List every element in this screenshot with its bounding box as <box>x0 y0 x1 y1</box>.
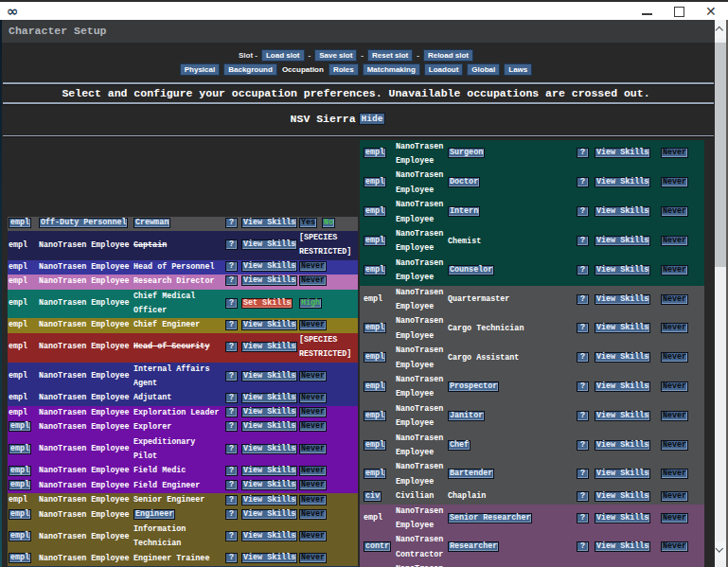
job-tag-button[interactable]: empl <box>9 509 31 520</box>
never-button[interactable]: Never <box>299 407 327 417</box>
job-tag-button[interactable]: empl <box>364 323 386 333</box>
job-tag-button[interactable]: empl <box>364 381 386 392</box>
help-button[interactable]: ? <box>225 275 238 286</box>
job-tag-button[interactable]: empl <box>9 480 31 490</box>
job-name-button[interactable]: Prospector <box>448 381 499 392</box>
help-button[interactable]: ? <box>577 352 589 363</box>
scrollbar-thumb[interactable] <box>715 43 726 267</box>
job-name-button[interactable]: Doctor <box>448 177 480 187</box>
never-button[interactable]: Never <box>299 261 327 272</box>
job-tag-button[interactable]: empl <box>9 466 31 476</box>
never-button[interactable]: Never <box>661 294 688 305</box>
job-tag-button[interactable]: empl <box>364 148 386 158</box>
job-tag-button[interactable]: contr <box>364 541 391 552</box>
never-button[interactable]: Never <box>661 513 688 523</box>
help-button[interactable]: ? <box>577 323 589 333</box>
view-skills-button[interactable]: View Skills <box>595 148 650 158</box>
view-skills-button[interactable]: View Skills <box>595 352 650 363</box>
view-skills-button[interactable]: View Skills <box>241 239 297 250</box>
job-tag-button[interactable]: empl <box>364 440 386 451</box>
help-button[interactable]: ? <box>577 206 589 217</box>
help-button[interactable]: ? <box>225 261 238 272</box>
view-skills-button[interactable]: View Skills <box>241 480 297 490</box>
never-button[interactable]: Never <box>661 469 688 479</box>
maximize-button[interactable] <box>666 2 694 22</box>
never-button[interactable]: Never <box>299 480 327 490</box>
job-tag-button[interactable]: empl <box>9 444 31 454</box>
toolbar-button-reload-slot[interactable]: Reload slot <box>423 49 473 62</box>
view-skills-button[interactable]: View Skills <box>241 495 297 505</box>
never-button[interactable]: Never <box>299 371 327 381</box>
job-tag-button[interactable]: empl <box>9 553 31 563</box>
scroll-down-button[interactable] <box>715 541 726 560</box>
job-tag-button[interactable]: empl <box>364 469 386 479</box>
never-button[interactable]: Never <box>299 444 327 454</box>
minimize-button[interactable] <box>633 2 662 22</box>
never-button[interactable]: Never <box>661 148 688 158</box>
scrollbar[interactable] <box>715 20 726 567</box>
tab-global[interactable]: Global <box>467 63 500 76</box>
tab-physical[interactable]: Physical <box>180 63 220 76</box>
job-tag-button[interactable]: empl <box>9 218 31 228</box>
view-skills-button[interactable]: View Skills <box>241 531 297 541</box>
never-button[interactable]: Never <box>661 541 688 552</box>
view-skills-button[interactable]: View Skills <box>595 294 650 305</box>
help-button[interactable]: ? <box>577 411 589 421</box>
view-skills-button[interactable]: View Skills <box>595 206 650 217</box>
toolbar-button-reset-slot[interactable]: Reset slot <box>367 49 413 62</box>
never-button[interactable]: Never <box>299 509 327 520</box>
view-skills-button[interactable]: View Skills <box>241 371 297 381</box>
never-button[interactable]: Never <box>661 491 688 502</box>
never-button[interactable]: Never <box>661 381 688 392</box>
help-button[interactable]: ? <box>577 541 589 552</box>
help-button[interactable]: ? <box>225 218 238 228</box>
view-skills-button[interactable]: View Skills <box>241 320 297 330</box>
help-button[interactable]: ? <box>577 148 589 158</box>
toolbar-button-load-slot[interactable]: Load slot <box>261 49 305 62</box>
tab-background[interactable]: Background <box>223 63 277 76</box>
job-employer-button[interactable]: Off-Duty Personnel <box>39 218 128 228</box>
scroll-up-button[interactable] <box>715 20 726 39</box>
priority-high-button[interactable]: High <box>299 298 322 309</box>
view-skills-button[interactable]: View Skills <box>595 381 650 392</box>
view-skills-button[interactable]: View Skills <box>595 513 650 523</box>
view-skills-button[interactable]: View Skills <box>595 236 650 246</box>
never-button[interactable]: Never <box>299 275 327 286</box>
job-name-button[interactable]: Engineer <box>133 509 175 520</box>
job-tag-button[interactable]: empl <box>364 206 386 217</box>
help-button[interactable]: ? <box>225 421 238 432</box>
help-button[interactable]: ? <box>225 239 238 250</box>
view-skills-button[interactable]: View Skills <box>595 469 650 479</box>
help-button[interactable]: ? <box>577 294 589 305</box>
view-skills-button[interactable]: View Skills <box>241 421 297 432</box>
view-skills-button[interactable]: View Skills <box>241 218 297 228</box>
view-skills-button[interactable]: View Skills <box>241 509 297 520</box>
never-button[interactable]: Never <box>661 177 688 187</box>
view-skills-button[interactable]: View Skills <box>241 553 297 563</box>
view-skills-button[interactable]: View Skills <box>241 466 297 476</box>
help-button[interactable]: ? <box>225 495 238 505</box>
job-tag-button[interactable]: empl <box>364 352 386 363</box>
help-button[interactable]: ? <box>225 342 238 352</box>
view-skills-button[interactable]: View Skills <box>241 444 297 454</box>
view-skills-button[interactable]: View Skills <box>241 342 297 352</box>
view-skills-button[interactable]: View Skills <box>595 265 650 275</box>
job-tag-button[interactable]: empl <box>364 177 386 187</box>
job-name-button[interactable]: Senior Researcher <box>448 513 532 523</box>
never-button[interactable]: Never <box>299 466 327 476</box>
never-button[interactable]: Never <box>661 411 688 421</box>
view-skills-button[interactable]: View Skills <box>595 177 650 187</box>
job-name-button[interactable]: Surgeon <box>448 148 485 158</box>
help-button[interactable]: ? <box>577 265 589 275</box>
never-button[interactable]: Never <box>299 421 327 432</box>
view-skills-button[interactable]: View Skills <box>595 440 650 451</box>
toolbar-button-save-slot[interactable]: Save slot <box>314 49 357 62</box>
job-tag-button[interactable]: empl <box>364 411 386 421</box>
job-name-button[interactable]: Janitor <box>448 411 485 421</box>
job-name-button[interactable]: Intern <box>448 206 480 217</box>
tab-laws[interactable]: Laws <box>504 63 532 76</box>
help-button[interactable]: ? <box>225 509 238 520</box>
never-button[interactable]: Never <box>661 206 688 217</box>
tab-loadout[interactable]: Loadout <box>424 63 464 76</box>
never-button[interactable]: Never <box>661 265 688 275</box>
